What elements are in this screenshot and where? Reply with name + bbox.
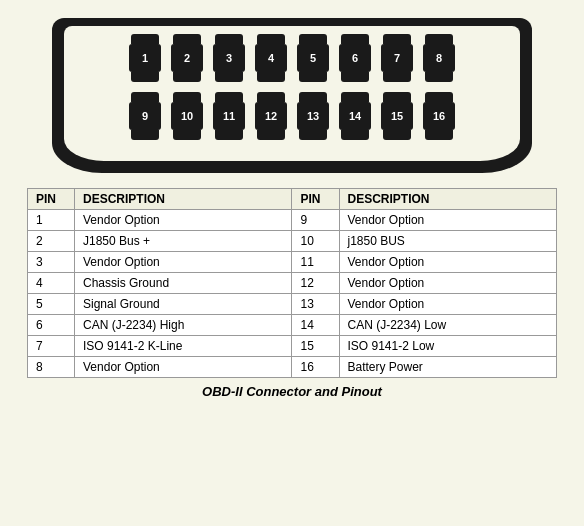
connector-body: 1 2 3 4 bbox=[52, 18, 532, 173]
cell-pin2: 10 bbox=[292, 231, 339, 252]
table-row: 1 Vendor Option 9 Vendor Option bbox=[28, 210, 557, 231]
pin-tab bbox=[173, 92, 201, 102]
pin-tab bbox=[299, 34, 327, 44]
pin-10: 10 bbox=[171, 92, 203, 140]
pin-tab bbox=[425, 92, 453, 102]
cell-pin2: 11 bbox=[292, 252, 339, 273]
pin-8: 8 bbox=[423, 34, 455, 82]
cell-pin1: 7 bbox=[28, 336, 75, 357]
cell-desc2: Vendor Option bbox=[339, 252, 557, 273]
pin-number: 15 bbox=[381, 102, 413, 130]
pin-16: 16 bbox=[423, 92, 455, 140]
header-pin1: PIN bbox=[28, 189, 75, 210]
table-row: 6 CAN (J-2234) High 14 CAN (J-2234) Low bbox=[28, 315, 557, 336]
cell-pin1: 5 bbox=[28, 294, 75, 315]
pin-tab-bottom bbox=[173, 72, 201, 82]
cell-pin2: 13 bbox=[292, 294, 339, 315]
pin-tab bbox=[383, 92, 411, 102]
table-caption: OBD-II Connector and Pinout bbox=[202, 384, 382, 399]
pin-12: 12 bbox=[255, 92, 287, 140]
cell-desc2: Vendor Option bbox=[339, 294, 557, 315]
cell-desc1: J1850 Bus + bbox=[75, 231, 292, 252]
pin-5: 5 bbox=[297, 34, 329, 82]
pin-tab-bottom bbox=[425, 130, 453, 140]
cell-desc2: ISO 9141-2 Low bbox=[339, 336, 557, 357]
pin-number: 9 bbox=[129, 102, 161, 130]
pin-tab bbox=[215, 92, 243, 102]
pin-tab-bottom bbox=[299, 72, 327, 82]
table-row: 7 ISO 9141-2 K-Line 15 ISO 9141-2 Low bbox=[28, 336, 557, 357]
table-row: 5 Signal Ground 13 Vendor Option bbox=[28, 294, 557, 315]
connector-diagram: 1 2 3 4 bbox=[32, 10, 552, 180]
pin-tab-bottom bbox=[341, 130, 369, 140]
pin-number: 13 bbox=[297, 102, 329, 130]
cell-pin1: 6 bbox=[28, 315, 75, 336]
cell-desc2: CAN (J-2234) Low bbox=[339, 315, 557, 336]
pin-tab-bottom bbox=[131, 130, 159, 140]
pin-tab bbox=[131, 34, 159, 44]
pin-7: 7 bbox=[381, 34, 413, 82]
pin-tab bbox=[299, 92, 327, 102]
cell-desc1: Vendor Option bbox=[75, 357, 292, 378]
cell-pin1: 4 bbox=[28, 273, 75, 294]
pin-tab-bottom bbox=[425, 72, 453, 82]
pin-number: 6 bbox=[339, 44, 371, 72]
cell-pin1: 1 bbox=[28, 210, 75, 231]
pin-1: 1 bbox=[129, 34, 161, 82]
cell-pin2: 9 bbox=[292, 210, 339, 231]
top-pin-row: 1 2 3 4 bbox=[74, 34, 510, 82]
cell-pin2: 12 bbox=[292, 273, 339, 294]
pin-number: 8 bbox=[423, 44, 455, 72]
pin-15: 15 bbox=[381, 92, 413, 140]
cell-desc2: Vendor Option bbox=[339, 210, 557, 231]
pin-number: 12 bbox=[255, 102, 287, 130]
pin-number: 16 bbox=[423, 102, 455, 130]
cell-pin2: 14 bbox=[292, 315, 339, 336]
pin-tab-bottom bbox=[257, 72, 285, 82]
pin-4: 4 bbox=[255, 34, 287, 82]
table-header-row: PIN DESCRIPTION PIN DESCRIPTION bbox=[28, 189, 557, 210]
pin-tab-bottom bbox=[215, 130, 243, 140]
header-desc2: DESCRIPTION bbox=[339, 189, 557, 210]
cell-desc1: Chassis Ground bbox=[75, 273, 292, 294]
table-row: 2 J1850 Bus + 10 j1850 BUS bbox=[28, 231, 557, 252]
pin-3: 3 bbox=[213, 34, 245, 82]
cell-pin2: 15 bbox=[292, 336, 339, 357]
pin-tab bbox=[257, 34, 285, 44]
cell-pin1: 8 bbox=[28, 357, 75, 378]
pin-tab bbox=[131, 92, 159, 102]
pin-11: 11 bbox=[213, 92, 245, 140]
pin-number: 7 bbox=[381, 44, 413, 72]
pin-tab-bottom bbox=[383, 130, 411, 140]
pin-tab bbox=[257, 92, 285, 102]
cell-pin2: 16 bbox=[292, 357, 339, 378]
pin-tab-bottom bbox=[215, 72, 243, 82]
pin-tab bbox=[173, 34, 201, 44]
pin-tab bbox=[215, 34, 243, 44]
header-pin2: PIN bbox=[292, 189, 339, 210]
pin-number: 11 bbox=[213, 102, 245, 130]
pin-number: 2 bbox=[171, 44, 203, 72]
cell-desc1: Signal Ground bbox=[75, 294, 292, 315]
cell-pin1: 2 bbox=[28, 231, 75, 252]
pin-9: 9 bbox=[129, 92, 161, 140]
table-row: 3 Vendor Option 11 Vendor Option bbox=[28, 252, 557, 273]
pin-number: 1 bbox=[129, 44, 161, 72]
pin-number: 10 bbox=[171, 102, 203, 130]
pin-13: 13 bbox=[297, 92, 329, 140]
bottom-pin-row: 9 10 11 12 bbox=[74, 92, 510, 140]
cell-desc1: Vendor Option bbox=[75, 210, 292, 231]
pin-tab-bottom bbox=[299, 130, 327, 140]
table-row: 8 Vendor Option 16 Battery Power bbox=[28, 357, 557, 378]
cell-desc1: Vendor Option bbox=[75, 252, 292, 273]
pin-number: 5 bbox=[297, 44, 329, 72]
pin-tab-bottom bbox=[173, 130, 201, 140]
pin-tab-bottom bbox=[131, 72, 159, 82]
connector-inner: 1 2 3 4 bbox=[64, 26, 520, 161]
pin-tab bbox=[341, 34, 369, 44]
pin-tab bbox=[425, 34, 453, 44]
pin-number: 4 bbox=[255, 44, 287, 72]
pin-tab-bottom bbox=[383, 72, 411, 82]
pinout-table: PIN DESCRIPTION PIN DESCRIPTION 1 Vendor… bbox=[27, 188, 557, 378]
pin-tab bbox=[383, 34, 411, 44]
